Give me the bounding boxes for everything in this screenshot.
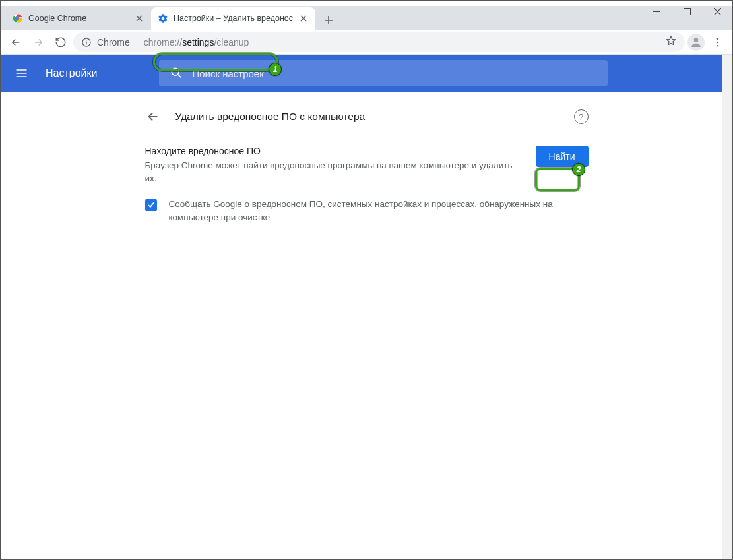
annotation-2-badge: 2 — [572, 163, 585, 176]
svg-rect-5 — [86, 41, 86, 44]
tab-close-icon[interactable] — [134, 13, 144, 24]
browser-menu-button[interactable] — [707, 32, 727, 52]
help-icon[interactable]: ? — [574, 109, 589, 124]
window-titlebar — [1, 1, 732, 6]
hamburger-menu-button[interactable] — [14, 65, 30, 81]
nav-back-button[interactable] — [6, 32, 26, 52]
svg-rect-1 — [684, 8, 690, 15]
bookmark-star-icon[interactable] — [665, 35, 677, 49]
window-close-button[interactable] — [702, 1, 732, 22]
report-checkbox[interactable] — [145, 199, 157, 211]
settings-search-input[interactable]: Поиск настроек — [159, 60, 608, 86]
site-info-icon[interactable]: Chrome — [81, 37, 130, 47]
svg-point-10 — [717, 44, 718, 46]
svg-rect-6 — [86, 40, 86, 40]
svg-point-9 — [717, 41, 718, 43]
settings-search-placeholder: Поиск настроек — [192, 68, 263, 79]
omnibox[interactable]: Chrome chrome://settings/cleanup — [73, 32, 685, 52]
site-label: Chrome — [97, 37, 130, 47]
nav-forward-button[interactable] — [28, 32, 48, 52]
tab-title: Настройки – Удалить вредонос — [174, 14, 293, 23]
tab-settings-cleanup[interactable]: Настройки – Удалить вредонос — [151, 7, 315, 30]
section-title: Находите вредоносное ПО — [145, 146, 525, 156]
chrome-favicon-icon — [13, 13, 23, 24]
section-description: Браузер Chrome может найти вредоносные п… — [145, 159, 525, 185]
tab-title: Google Chrome — [28, 14, 129, 23]
tab-strip: Google Chrome Настройки – Удалить вредон… — [1, 6, 732, 30]
tab-close-icon[interactable] — [298, 13, 309, 24]
annotation-1-badge: 1 — [269, 63, 282, 76]
tab-google-chrome[interactable]: Google Chrome — [6, 7, 151, 30]
settings-favicon-icon — [158, 13, 168, 24]
scrollbar[interactable] — [722, 55, 732, 559]
svg-point-11 — [172, 68, 179, 75]
nav-reload-button[interactable] — [51, 32, 71, 52]
svg-point-7 — [694, 38, 699, 42]
settings-content: Удалить вредоносное ПО с компьютера ? На… — [1, 92, 732, 560]
window-maximize-button[interactable] — [672, 1, 702, 22]
window-minimize-button[interactable] — [641, 1, 672, 22]
checkbox-label: Сообщать Google о вредоносном ПО, систем… — [169, 198, 589, 225]
page-title: Удалить вредоносное ПО с компьютера — [175, 111, 559, 123]
new-tab-button[interactable] — [319, 11, 338, 30]
svg-rect-0 — [653, 11, 660, 12]
browser-toolbar: Chrome chrome://settings/cleanup — [1, 30, 732, 55]
settings-back-button[interactable] — [145, 109, 161, 125]
svg-point-8 — [717, 38, 718, 40]
url-text: chrome://settings/cleanup — [144, 37, 249, 47]
search-icon — [170, 66, 183, 81]
profile-avatar-button[interactable] — [687, 34, 705, 51]
settings-title: Настройки — [46, 67, 97, 79]
settings-header: Настройки Поиск настроек — [1, 55, 732, 92]
